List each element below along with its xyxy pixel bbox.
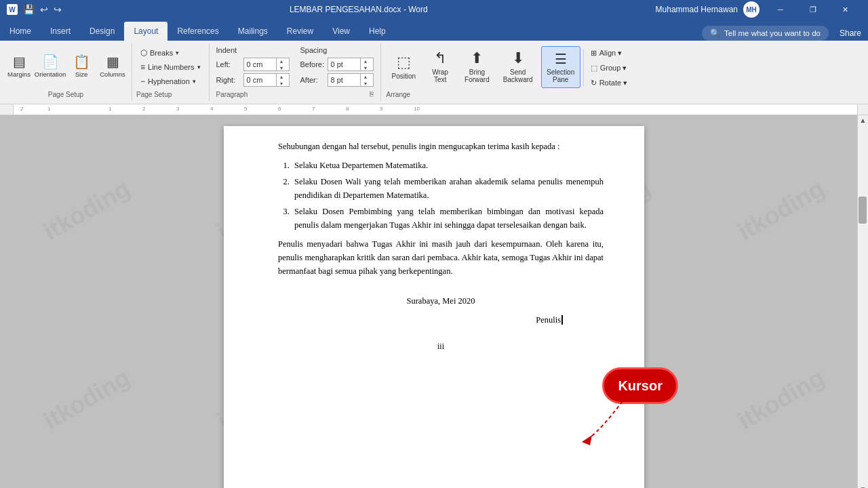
save-icon[interactable]: 💾	[23, 4, 35, 15]
page-setup-label2: Page Setup	[136, 89, 205, 98]
spacing-before-input[interactable]: 0 pt ▴ ▾	[328, 58, 374, 71]
rotate-button[interactable]: ↻ Rotate ▾	[587, 76, 631, 89]
ribbon-tabs: Home Insert Design Layout References Mai…	[0, 19, 868, 41]
tab-design[interactable]: Design	[80, 22, 124, 41]
spacing-after-down[interactable]: ▾	[361, 80, 370, 87]
tell-me-label: Tell me what you want to do	[724, 29, 821, 37]
orientation-button[interactable]: 📄 Orientation	[35, 46, 65, 85]
spacing-title: Spacing	[300, 46, 374, 54]
paragraph-label: Paragraph	[216, 89, 248, 98]
indent-right-up[interactable]: ▴	[277, 73, 286, 80]
spacing-after-up[interactable]: ▴	[361, 73, 370, 80]
ribbon-help: 🔍 Tell me what you want to do Share	[695, 26, 868, 41]
doc-list: Selaku Ketua Departemen Matematika. Sela…	[278, 159, 604, 232]
indent-right-label: Right:	[216, 76, 241, 84]
spacing-before-label: Before:	[300, 60, 325, 68]
group-button[interactable]: ⬚ Group ▾	[587, 61, 631, 75]
indent-right-input[interactable]: 0 cm ▴ ▾	[243, 73, 290, 87]
minimize-button[interactable]: ─	[765, 0, 796, 19]
kursor-bubble: Kursor	[602, 367, 678, 404]
scroll-up-button[interactable]: ▲	[859, 115, 868, 125]
doc-closing: Penulis menyadari bahwa Tugas Akhir ini …	[278, 237, 604, 278]
breaks-chevron: ▾	[176, 49, 179, 56]
send-backward-button[interactable]: ⬇ Send Backward	[498, 46, 538, 87]
hyphenation-button[interactable]: − Hyphenation ▾	[136, 75, 205, 88]
text-cursor	[561, 315, 563, 325]
user-avatar: MH	[743, 1, 760, 18]
document-page[interactable]: Sehubungan dengan hal tersebut, penulis …	[224, 126, 644, 488]
selection-pane-button[interactable]: ☰ Selection Pane	[541, 46, 580, 88]
ruler-label: 1	[47, 106, 50, 112]
page-setup-group: ▤ Margins 📄 Orientation 📋 Size ▦ Columns…	[0, 43, 132, 101]
ruler-corner	[0, 104, 14, 115]
page-setup-label: Page Setup	[48, 89, 83, 98]
spacing-after-label: After:	[300, 76, 325, 84]
title-text: LEMBAR PENGESAHAN.docx - Word	[290, 5, 428, 14]
tell-me-input[interactable]: 🔍 Tell me what you want to do	[702, 26, 829, 41]
position-button[interactable]: ⬚ Position	[387, 46, 422, 87]
tab-review[interactable]: Review	[277, 22, 323, 41]
redo-icon[interactable]: ↪	[54, 4, 62, 15]
indent-right-row: Right: 0 cm ▴ ▾	[216, 73, 290, 87]
username: Muhammad Hernawan	[656, 5, 738, 14]
tab-home[interactable]: Home	[0, 22, 41, 41]
ruler-label: 3	[176, 106, 179, 112]
tab-layout[interactable]: Layout	[124, 22, 167, 41]
line-numbers-button[interactable]: ≡ Line Numbers ▾	[136, 60, 205, 74]
share-button[interactable]: Share	[840, 28, 861, 38]
scroll-track[interactable]	[858, 125, 868, 484]
wrap-text-button[interactable]: ↰ Wrap Text	[424, 46, 456, 87]
svg-marker-0	[582, 435, 592, 445]
ruler-label: 1	[108, 106, 111, 112]
selection-pane-icon: ☰	[555, 51, 567, 67]
tab-insert[interactable]: Insert	[41, 22, 80, 41]
indent-left-down[interactable]: ▾	[277, 64, 286, 71]
spacing-after-spinners: ▴ ▾	[360, 73, 370, 87]
indent-left-row: Left: 0 cm ▴ ▾	[216, 58, 290, 71]
size-button[interactable]: 📋 Size	[66, 46, 96, 85]
arrange-divider	[583, 49, 584, 87]
size-icon: 📋	[73, 54, 90, 70]
watermark-10: itkoding	[703, 338, 860, 460]
align-button[interactable]: ⊞ Align ▾	[587, 46, 631, 60]
paragraph-dialog[interactable]: ⎘	[370, 90, 374, 98]
tab-help[interactable]: Help	[359, 22, 395, 41]
indent-left-up[interactable]: ▴	[277, 58, 286, 64]
indent-right-down[interactable]: ▾	[277, 80, 286, 87]
undo-icon[interactable]: ↩	[40, 4, 48, 15]
page-setup-buttons: ▤ Margins 📄 Orientation 📋 Size ▦ Columns	[4, 46, 127, 89]
tab-mailings[interactable]: Mailings	[229, 22, 277, 41]
position-icon: ⬚	[397, 54, 411, 71]
arrange-label: Arrange	[387, 89, 632, 98]
indent-title: Indent	[216, 46, 290, 54]
breaks-button[interactable]: ⬡ Breaks ▾	[136, 46, 205, 60]
window-controls[interactable]: ─ ❐ ✕	[765, 0, 861, 19]
spacing-after-input[interactable]: 8 pt ▴ ▾	[328, 73, 374, 87]
vertical-scrollbar[interactable]: ▲ ▼	[857, 115, 868, 488]
indent-group: Indent Left: 0 cm ▴ ▾ Right: 0 cm	[216, 46, 290, 89]
columns-icon: ▦	[106, 54, 119, 70]
kursor-annotation: Kursor	[602, 367, 678, 404]
scroll-down-button[interactable]: ▼	[859, 484, 868, 488]
tab-references[interactable]: References	[167, 22, 228, 41]
spacing-before-down[interactable]: ▾	[361, 64, 370, 71]
kursor-arrow-svg	[582, 394, 636, 449]
arrange-content: ⬚ Position ↰ Wrap Text ⬆ Bring Forward ⬇…	[387, 46, 632, 89]
tab-view[interactable]: View	[323, 22, 359, 41]
doc-penulis: Penulis	[278, 313, 563, 327]
indent-spacing-group: Indent Left: 0 cm ▴ ▾ Right: 0 cm	[210, 43, 381, 101]
word-icon: W	[7, 4, 18, 15]
scroll-thumb[interactable]	[859, 197, 867, 224]
arrange-group: ⬚ Position ↰ Wrap Text ⬆ Bring Forward ⬇…	[381, 43, 637, 101]
ruler-label: 2	[142, 106, 145, 112]
group-icon: ⬚	[591, 64, 597, 73]
hyphenation-chevron: ▾	[193, 78, 196, 85]
bring-forward-button[interactable]: ⬆ Bring Forward	[459, 46, 495, 87]
columns-button[interactable]: ▦ Columns	[98, 46, 127, 85]
close-button[interactable]: ✕	[830, 0, 861, 19]
spacing-before-up[interactable]: ▴	[361, 58, 370, 64]
margins-button[interactable]: ▤ Margins	[4, 46, 34, 85]
indent-left-input[interactable]: 0 cm ▴ ▾	[243, 58, 290, 71]
line-numbers-icon: ≡	[140, 62, 145, 72]
restore-button[interactable]: ❐	[797, 0, 829, 19]
